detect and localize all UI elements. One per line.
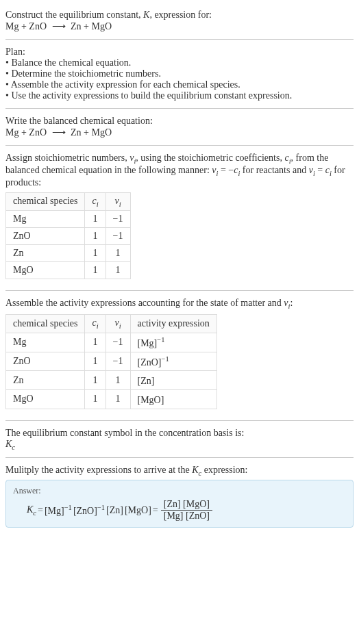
equals: = [153, 505, 158, 516]
sub-i: i [119, 200, 121, 207]
base: [ZnO] [138, 357, 162, 367]
cell-nui: 1 [106, 262, 130, 279]
cell-species: MgO [6, 262, 85, 279]
divider [5, 457, 354, 458]
cell-nui: 1 [106, 389, 130, 409]
divider [5, 108, 354, 109]
cell-nui: −1 [106, 228, 130, 245]
table-row: ZnO1−1[ZnO]−1 [6, 352, 217, 371]
plan-section: Plan: • Balance the chemical equation. •… [5, 42, 354, 105]
divider [5, 420, 354, 421]
base: [Mg] [45, 506, 64, 516]
divider [5, 290, 354, 291]
text: for reactants and [240, 165, 308, 175]
plan-bullet: • Assemble the activity expression for e… [5, 79, 354, 90]
table-row: MgO11[MgO] [6, 389, 217, 409]
stoich-section: Assign stoichiometric numbers, νi, using… [5, 149, 354, 287]
cell-species: Mg [6, 211, 85, 228]
divider [5, 145, 354, 146]
cell-species: Zn [6, 245, 85, 262]
cell-nui: 1 [106, 371, 130, 390]
K: K [192, 465, 198, 475]
text: expression: [201, 465, 247, 475]
cell-activity: [ZnO]−1 [130, 352, 216, 371]
stoich-text: Assign stoichiometric numbers, νi, using… [5, 153, 354, 188]
term2: [ZnO]−1 [73, 504, 105, 517]
cell-nui: −1 [106, 333, 130, 352]
text: = [315, 165, 325, 175]
base: [ZnO] [73, 506, 97, 516]
stoich-table: chemical species ci νi Mg1−1 ZnO1−1 Zn11… [5, 192, 131, 280]
multiply-section: Mulitply the activity expressions to arr… [5, 461, 354, 532]
text: = − [218, 165, 234, 175]
eq-arrow: ⟶ [49, 127, 69, 138]
cell-species: MgO [6, 389, 85, 409]
table-row: MgO11 [6, 262, 131, 279]
activity-table: chemical species ci νi activity expressi… [5, 314, 217, 409]
kc-symbol-text: The equilibrium constant symbol in the c… [5, 428, 354, 439]
prompt-text: Construct the equilibrium constant, [5, 10, 143, 20]
prompt-text2: , expression for: [149, 10, 212, 20]
text: : [290, 298, 293, 308]
col-ci: ci [85, 315, 106, 333]
table-row: Zn11 [6, 245, 131, 262]
eq-lhs: Mg + ZnO [5, 127, 47, 138]
balanced-equation: Mg + ZnO ⟶ Zn + MgO [5, 127, 354, 138]
exp: −1 [64, 504, 72, 511]
eq-arrow: ⟶ [49, 21, 69, 31]
prompt-section: Construct the equilibrium constant, K, e… [5, 5, 354, 36]
eq-rhs: Zn + MgO [71, 127, 112, 138]
cell-species: ZnO [6, 352, 85, 371]
plan-bullet: • Determine the stoichiometric numbers. [5, 68, 354, 79]
eq-rhs: Zn + MgO [71, 21, 112, 31]
activity-section: Assemble the activity expressions accoun… [5, 294, 354, 417]
prompt-K: K [143, 10, 149, 20]
plan-title: Plan: [5, 47, 354, 57]
K: K [5, 439, 12, 449]
cell-activity: [MgO] [130, 389, 216, 409]
cell-ci: 1 [85, 211, 106, 228]
plan-bullet: • Use the activity expressions to build … [5, 90, 354, 101]
divider [5, 39, 354, 40]
col-species: chemical species [6, 192, 85, 211]
table-row: Zn11[Zn] [6, 371, 217, 390]
kc-symbol-section: The equilibrium constant symbol in the c… [5, 424, 354, 455]
sub-c: c [33, 509, 36, 517]
term3: [Zn] [106, 505, 123, 516]
plan-bullet: • Balance the chemical equation. [5, 57, 354, 68]
table-row: Mg1−1 [6, 211, 131, 228]
prompt-equation: Mg + ZnO ⟶ Zn + MgO [5, 21, 354, 32]
sub-i: i [119, 322, 121, 330]
table-header-row: chemical species ci νi [6, 192, 131, 211]
cell-ci: 1 [85, 245, 106, 262]
K-sym: K [27, 504, 33, 515]
denominator: [Mg] [ZnO] [161, 511, 212, 521]
exp: −1 [157, 336, 164, 344]
text: , using the stoichiometric coefficients, [136, 153, 284, 163]
numerator: [Zn] [MgO] [161, 499, 212, 511]
table-row: ZnO1−1 [6, 228, 131, 245]
cell-activity: [Zn] [130, 371, 216, 390]
cell-ci: 1 [85, 389, 106, 409]
multiply-text: Mulitply the activity expressions to arr… [5, 465, 354, 477]
activity-text: Assemble the activity expressions accoun… [5, 298, 354, 310]
col-nui: νi [106, 192, 130, 211]
text: Assemble the activity expressions accoun… [5, 298, 284, 308]
K: Kc [27, 504, 36, 517]
eq-lhs: Mg + ZnO [5, 21, 47, 31]
exp: −1 [97, 504, 105, 511]
term4: [MgO] [125, 505, 151, 516]
cell-species: ZnO [6, 228, 85, 245]
base: [Zn] [138, 376, 155, 386]
col-ci: ci [85, 192, 106, 211]
balanced-section: Write the balanced chemical equation: Mg… [5, 112, 354, 142]
cell-ci: 1 [85, 262, 106, 279]
fraction: [Zn] [MgO] [Mg] [ZnO] [161, 499, 212, 521]
cell-ci: 1 [85, 333, 106, 352]
cell-nui: −1 [106, 352, 130, 371]
kc-symbol: Kc [5, 439, 354, 451]
prompt-line1: Construct the equilibrium constant, K, e… [5, 10, 354, 21]
col-activity: activity expression [130, 315, 216, 333]
col-nui: νi [106, 315, 130, 333]
cell-activity: [Mg]−1 [130, 333, 216, 352]
